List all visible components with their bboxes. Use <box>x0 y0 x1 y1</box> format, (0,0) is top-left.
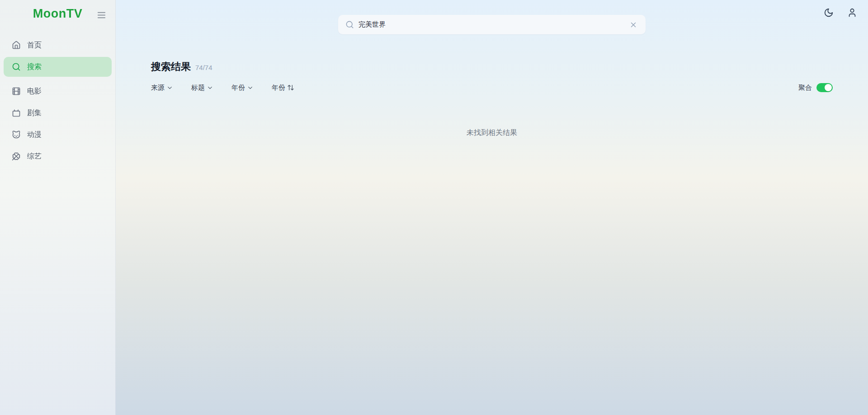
main-area: 搜索结果 74/74 来源 标题 年份 <box>116 0 868 415</box>
top-actions <box>823 7 858 19</box>
sidebar: MoonTV 首页 搜索 电影 剧集 <box>0 0 116 415</box>
filter-title[interactable]: 标题 <box>191 84 213 92</box>
arrow-up-down-icon <box>287 84 294 91</box>
chevron-down-icon <box>166 84 173 91</box>
aggregate-control: 聚合 <box>798 83 833 92</box>
sidebar-item-label: 动漫 <box>27 130 42 140</box>
tv-icon <box>12 108 21 117</box>
search-bar <box>338 15 646 34</box>
filter-label: 标题 <box>191 84 205 92</box>
result-heading: 搜索结果 74/74 <box>151 61 833 73</box>
home-icon <box>12 41 21 50</box>
aggregate-toggle[interactable] <box>816 83 833 92</box>
sidebar-nav: 首页 搜索 电影 剧集 动漫 <box>0 30 115 166</box>
clover-icon <box>12 152 21 161</box>
film-icon <box>12 87 21 96</box>
sidebar-item-series[interactable]: 剧集 <box>4 103 112 123</box>
search-icon <box>345 20 354 29</box>
sidebar-item-label: 综艺 <box>27 152 42 161</box>
filter-year[interactable]: 年份 <box>231 84 254 92</box>
hamburger-menu-icon[interactable] <box>95 9 108 21</box>
filter-source[interactable]: 来源 <box>151 84 173 92</box>
sort-year[interactable]: 年份 <box>272 84 294 92</box>
sidebar-item-anime[interactable]: 动漫 <box>4 125 112 145</box>
sidebar-item-search[interactable]: 搜索 <box>4 57 112 77</box>
filter-label: 年份 <box>231 84 245 92</box>
sidebar-item-home[interactable]: 首页 <box>4 35 112 55</box>
filter-row: 来源 标题 年份 年份 <box>151 82 833 93</box>
page-title: 搜索结果 <box>151 61 191 73</box>
sidebar-item-label: 首页 <box>27 41 42 50</box>
sidebar-item-label: 搜索 <box>27 62 42 72</box>
search-icon <box>12 62 21 71</box>
toggle-knob <box>825 84 832 91</box>
filter-label: 年份 <box>272 84 285 92</box>
sidebar-header: MoonTV <box>0 0 115 30</box>
chevron-down-icon <box>207 84 213 91</box>
filters: 来源 标题 年份 年份 <box>151 84 294 92</box>
chevron-down-icon <box>247 84 254 91</box>
search-input[interactable] <box>359 21 624 28</box>
sidebar-item-variety[interactable]: 综艺 <box>4 146 112 166</box>
filter-label: 来源 <box>151 84 165 92</box>
sidebar-item-label: 剧集 <box>27 108 42 118</box>
sidebar-item-movies[interactable]: 电影 <box>4 81 112 101</box>
empty-message: 未找到相关结果 <box>151 128 833 138</box>
cat-icon <box>12 130 21 139</box>
clear-x-icon[interactable] <box>628 20 638 30</box>
aggregate-label: 聚合 <box>798 84 812 92</box>
sidebar-item-label: 电影 <box>27 87 42 96</box>
user-icon[interactable] <box>846 7 858 19</box>
result-count: 74/74 <box>195 64 212 71</box>
moon-theme-icon[interactable] <box>823 7 835 19</box>
